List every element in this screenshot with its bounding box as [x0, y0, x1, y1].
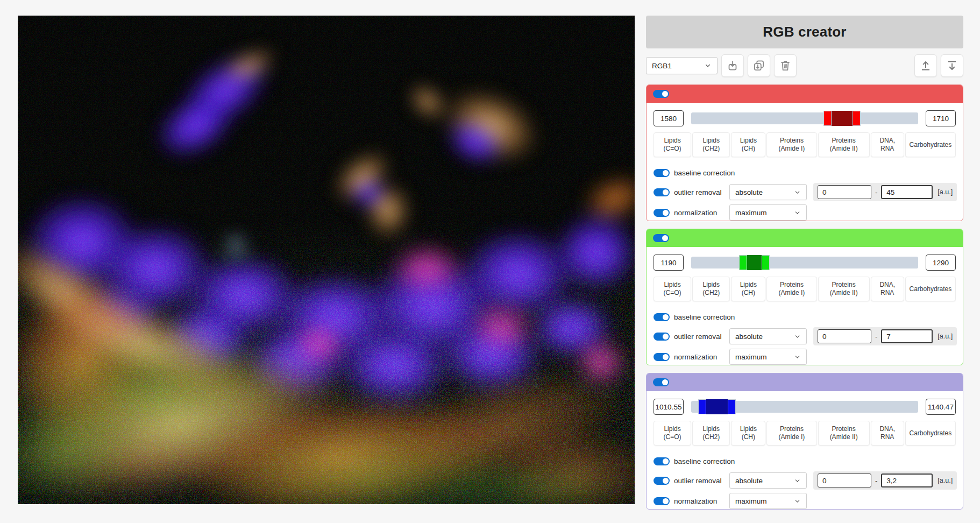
- slider-handle-right[interactable]: [762, 255, 770, 270]
- preset-row: Lipids(C=O) Lipids(CH2) Lipids(CH) Prote…: [654, 132, 956, 157]
- duplicate-rgb-button[interactable]: [748, 54, 770, 77]
- slider-selection[interactable]: [739, 255, 770, 270]
- preset-carbohydrates[interactable]: Carbohydrates: [905, 421, 956, 446]
- channel-enable-toggle[interactable]: [653, 378, 669, 386]
- channel-enable-toggle[interactable]: [653, 90, 669, 98]
- preset-carbohydrates[interactable]: Carbohydrates: [905, 277, 956, 301]
- microscopy-image-canvas: [18, 16, 635, 504]
- slider-selection[interactable]: [823, 111, 861, 126]
- preset-lipids-ch2[interactable]: Lipids(CH2): [692, 277, 730, 301]
- outlier-max-input[interactable]: [881, 473, 933, 487]
- outlier-mode-select[interactable]: absolute: [729, 472, 807, 489]
- preset-dna-rna[interactable]: DNA,RNA: [871, 277, 904, 301]
- normalization-row: normalization maximum: [654, 349, 956, 365]
- rgb-preset-select[interactable]: RGB1: [646, 57, 718, 74]
- normalization-mode-value: maximum: [735, 497, 790, 505]
- trash-icon: [778, 59, 792, 73]
- slider-selection[interactable]: [698, 399, 736, 414]
- channel-header: [647, 229, 963, 247]
- outlier-max-input[interactable]: [881, 185, 933, 199]
- outlier-min-input[interactable]: [818, 185, 871, 199]
- normalization-mode-select[interactable]: maximum: [729, 493, 807, 509]
- preset-lipids-ch[interactable]: Lipids(CH): [731, 421, 765, 446]
- preset-lipids-c-o[interactable]: Lipids(C=O): [654, 421, 691, 446]
- preset-proteins-amide-i[interactable]: Proteins(Amide I): [766, 421, 816, 446]
- wavenumber-slider-track[interactable]: [691, 112, 918, 124]
- rgb-creator-panel: RGB creator RGB1: [646, 16, 963, 510]
- toggle-knob: [663, 458, 669, 464]
- channel-list: Lipids(C=O) Lipids(CH2) Lipids(CH) Prote…: [646, 84, 963, 510]
- import-button[interactable]: [941, 54, 963, 77]
- preset-lipids-ch[interactable]: Lipids(CH): [731, 277, 765, 301]
- preset-lipids-ch[interactable]: Lipids(CH): [731, 132, 765, 157]
- outlier-max-input[interactable]: [881, 329, 933, 343]
- outlier-mode-select[interactable]: absolute: [729, 328, 807, 344]
- preset-proteins-amide-i[interactable]: Proteins(Amide I): [766, 277, 816, 301]
- range-min-input[interactable]: [654, 110, 684, 126]
- preset-lipids-ch2[interactable]: Lipids(CH2): [692, 421, 730, 446]
- rgb-preset-value: RGB1: [652, 62, 700, 70]
- normalization-toggle[interactable]: [654, 497, 670, 505]
- outlier-removal-toggle[interactable]: [654, 188, 670, 196]
- normalization-toggle[interactable]: [654, 353, 670, 361]
- preset-dna-rna[interactable]: DNA,RNA: [871, 421, 904, 446]
- channel-section-red: Lipids(C=O) Lipids(CH2) Lipids(CH) Prote…: [646, 84, 963, 221]
- chevron-down-icon: [794, 498, 801, 505]
- slider-handle-left[interactable]: [698, 399, 706, 414]
- outlier-removal-label: outlier removal: [674, 333, 729, 341]
- slider-handle-left[interactable]: [823, 111, 832, 126]
- normalization-mode-select[interactable]: maximum: [729, 204, 807, 221]
- normalization-mode-select[interactable]: maximum: [729, 349, 807, 365]
- normalization-row: normalization maximum: [654, 493, 956, 509]
- range-separator: -: [875, 333, 877, 341]
- wavenumber-range-row: [654, 255, 956, 271]
- preset-proteins-amide-ii[interactable]: Proteins(Amide II): [818, 277, 870, 301]
- slider-handle-right[interactable]: [728, 399, 736, 414]
- toggle-knob: [663, 170, 669, 176]
- preset-lipids-c-o[interactable]: Lipids(C=O): [654, 132, 691, 157]
- save-rgb-button[interactable]: [721, 54, 744, 77]
- outlier-removal-toggle[interactable]: [654, 333, 670, 341]
- normalization-mode-value: maximum: [735, 209, 790, 217]
- microscopy-image: [18, 16, 635, 504]
- toggle-knob: [663, 478, 669, 484]
- slider-handle-right[interactable]: [853, 111, 861, 126]
- wavenumber-slider-track[interactable]: [691, 257, 918, 268]
- channel-body: Lipids(C=O) Lipids(CH2) Lipids(CH) Prote…: [647, 399, 963, 509]
- channel-body: Lipids(C=O) Lipids(CH2) Lipids(CH) Prote…: [647, 110, 963, 221]
- range-max-input[interactable]: [926, 255, 956, 271]
- range-min-input[interactable]: [654, 255, 684, 271]
- preset-carbohydrates[interactable]: Carbohydrates: [905, 132, 956, 157]
- channel-enable-toggle[interactable]: [653, 234, 669, 242]
- preset-lipids-ch2[interactable]: Lipids(CH2): [692, 132, 730, 157]
- delete-rgb-button[interactable]: [774, 54, 797, 77]
- outlier-removal-toggle[interactable]: [654, 477, 670, 485]
- outlier-range-group: - [a.u.]: [813, 183, 957, 201]
- baseline-correction-label: baseline correction: [674, 169, 735, 177]
- outlier-mode-select[interactable]: absolute: [729, 184, 807, 200]
- outlier-min-input[interactable]: [818, 329, 871, 343]
- range-min-input[interactable]: [654, 399, 684, 415]
- baseline-correction-toggle[interactable]: [654, 169, 670, 177]
- download-box-icon: [726, 59, 740, 73]
- toolbar: RGB1: [646, 54, 963, 77]
- normalization-mode-value: maximum: [735, 353, 790, 361]
- range-max-input[interactable]: [926, 399, 956, 415]
- preset-dna-rna[interactable]: DNA,RNA: [871, 132, 904, 157]
- slider-selection-fill: [747, 255, 762, 270]
- chevron-down-icon: [704, 62, 712, 69]
- wavenumber-slider-track[interactable]: [691, 401, 918, 413]
- baseline-correction-toggle[interactable]: [654, 457, 670, 465]
- export-button[interactable]: [914, 54, 937, 77]
- preset-proteins-amide-i[interactable]: Proteins(Amide I): [766, 132, 816, 157]
- slider-handle-left[interactable]: [739, 255, 747, 270]
- outlier-min-input[interactable]: [818, 473, 871, 487]
- preset-lipids-c-o[interactable]: Lipids(C=O): [654, 277, 691, 301]
- baseline-correction-label: baseline correction: [674, 313, 735, 321]
- baseline-correction-toggle[interactable]: [654, 313, 670, 321]
- normalization-toggle[interactable]: [654, 209, 670, 217]
- range-max-input[interactable]: [926, 110, 956, 126]
- preset-proteins-amide-ii[interactable]: Proteins(Amide II): [818, 132, 870, 157]
- channel-body: Lipids(C=O) Lipids(CH2) Lipids(CH) Prote…: [647, 255, 963, 365]
- preset-proteins-amide-ii[interactable]: Proteins(Amide II): [818, 421, 870, 446]
